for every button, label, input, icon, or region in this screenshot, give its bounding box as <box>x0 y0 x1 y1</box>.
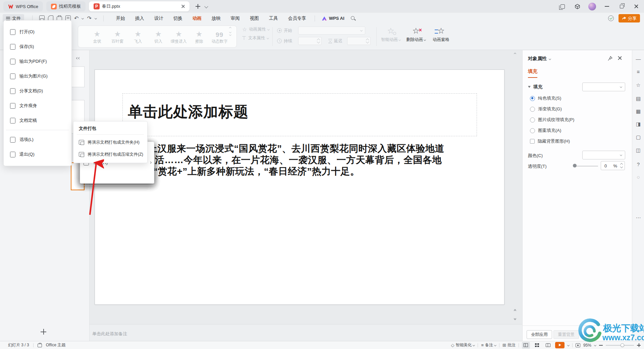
gallery-expand-icon[interactable] <box>229 34 231 36</box>
notes-button[interactable]: ≡ 备注 <box>481 342 496 348</box>
clipboard-icon[interactable]: ◨ <box>636 121 641 127</box>
gallery-scroll-up-icon[interactable] <box>229 27 231 29</box>
transparency-slider-track[interactable] <box>575 166 598 166</box>
tab-list-chevron-icon[interactable] <box>204 4 208 8</box>
file-menu-open[interactable]: 打开(O) <box>7 24 68 39</box>
transparency-slider-thumb[interactable] <box>573 164 577 167</box>
gradient-fill-radio[interactable]: 渐变填充(G) <box>530 106 562 112</box>
properties-list-icon[interactable]: ≡ <box>636 69 641 74</box>
fill-tab[interactable]: 填充 <box>528 68 537 78</box>
close-tab-icon[interactable] <box>181 4 185 9</box>
reading-icon[interactable]: ◫ <box>636 148 641 153</box>
file-menu-export-image[interactable]: 输出为图片(G) <box>7 69 68 84</box>
undo-dropdown-chevron-icon[interactable] <box>82 17 84 19</box>
pattern-fill-radio[interactable]: 图案填充(A) <box>530 128 561 134</box>
animation-dynamic-number[interactable]: 99 动态数字 <box>209 29 230 44</box>
pin-panel-icon[interactable] <box>607 56 613 61</box>
package-to-zip[interactable]: 将演示文档打包成压缩文件(Z) <box>76 149 145 160</box>
zoom-out-button[interactable] <box>599 345 603 346</box>
fill-style-dropdown[interactable] <box>582 83 625 91</box>
file-menu-exit[interactable]: 退出(Q) <box>7 147 68 162</box>
slide-body-line[interactable]: 式生活……今年以来，在一片花海、一袭汉服、一方天幕背后，全国各地 <box>136 154 442 166</box>
transparency-value-spinner[interactable]: 0 % <box>601 161 625 170</box>
package-to-folder[interactable]: 将演示文档打包成文件夹(H) <box>76 137 145 148</box>
reset-background-button[interactable]: 重置背景 <box>553 330 579 339</box>
solid-fill-radio[interactable]: 纯色填充(S) <box>530 95 561 101</box>
slide-thumbnail[interactable] <box>71 66 85 87</box>
animation-properties-button[interactable]: ☆ 动画属性 <box>242 27 269 32</box>
ribbon-tab-home[interactable]: 开始 <box>111 13 130 24</box>
zoom-slider-thumb[interactable] <box>621 343 624 347</box>
shapes-icon[interactable]: ▢ <box>636 135 641 140</box>
apply-all-button[interactable]: 全部应用 <box>527 330 552 339</box>
animation-wipe[interactable]: ★ 擦除 <box>189 29 209 44</box>
file-menu-finalize[interactable]: 文档定稿 <box>7 113 68 128</box>
picture-texture-fill-radio[interactable]: 图片或纹理填充(P) <box>530 117 574 123</box>
file-menu-export-pdf[interactable]: 输出为PDF(F) <box>7 54 68 69</box>
text-properties-button[interactable]: 文本属性 <box>242 35 269 41</box>
zoom-slider[interactable] <box>606 345 634 346</box>
start-trigger-dropdown[interactable] <box>298 27 365 35</box>
more-tools-icon[interactable]: ⋯ <box>636 215 641 220</box>
hide-background-checkbox[interactable]: 隐藏背景图形(H) <box>530 138 570 144</box>
ribbon-tab-transitions[interactable]: 切换 <box>168 13 187 24</box>
duration-spinner[interactable] <box>298 37 322 45</box>
redo-button[interactable]: ↷ <box>87 16 91 21</box>
animation-pane-button[interactable]: ☆ 动画窗格 <box>429 26 453 43</box>
workspace-button[interactable] <box>572 2 582 11</box>
layout-icon[interactable]: ▤ <box>636 96 641 101</box>
panel-title[interactable]: 对象属性 <box>528 56 551 62</box>
animation-fly-in[interactable]: ★ 飞入 <box>128 29 148 44</box>
tab-document[interactable]: P 春日.pptx <box>89 1 190 11</box>
file-menu-save[interactable]: 保存(S) <box>7 39 68 54</box>
ribbon-tab-insert[interactable]: 插入 <box>130 13 149 24</box>
file-menu-share-document[interactable]: 分享文档(D) <box>7 84 68 98</box>
tab-docer-templates[interactable]: 找稻壳模板 <box>46 1 86 11</box>
user-avatar[interactable] <box>587 2 597 11</box>
maximize-restore-button[interactable] <box>616 2 627 11</box>
scroll-up-icon[interactable] <box>514 53 516 55</box>
zoom-level-chevron-icon[interactable] <box>594 344 596 346</box>
cascade-windows-button[interactable] <box>557 2 568 11</box>
selection-icon[interactable]: ◌ <box>636 174 641 180</box>
previous-slide-button[interactable] <box>514 309 516 312</box>
slide-body-line[interactable]: 上汉服来一场沉浸式“国风赏花”、去川西赏梨花同时深入藏区体验地道 <box>148 142 444 155</box>
play-slideshow-button[interactable] <box>555 342 565 348</box>
next-slide-button[interactable] <box>514 317 516 320</box>
animation-blinds[interactable]: ★ 百叶窗 <box>107 29 128 44</box>
animation-cut-in[interactable]: ★ 切入 <box>148 29 169 44</box>
theme-name[interactable]: Office 主题 <box>46 342 65 348</box>
slide-canvas[interactable]: 单击此处添加标题 上汉服来一场沉浸式“国风赏花”、去川西赏梨花同时深入藏区体验地… <box>95 69 504 305</box>
comments-button[interactable]: ⊞ 批注 <box>502 342 516 348</box>
animation-slow-enter[interactable]: ★ 缓慢进入 <box>168 29 189 44</box>
hide-panel-icon[interactable]: — <box>636 56 641 62</box>
ribbon-tab-member[interactable]: 会员专享 <box>283 13 311 24</box>
reading-view-button[interactable] <box>544 342 552 349</box>
close-panel-icon[interactable] <box>618 56 622 60</box>
ribbon-tab-review[interactable]: 审阅 <box>226 13 245 24</box>
smart-beautify-button[interactable]: ◇ 智能美化 <box>451 342 475 348</box>
slide-title-text[interactable]: 单击此处添加标题 <box>128 102 249 122</box>
new-slide-button[interactable] <box>40 328 47 335</box>
chart-icon[interactable]: ▦ <box>636 109 641 114</box>
document-check-icon[interactable] <box>608 15 614 21</box>
fit-slide-button[interactable] <box>576 343 580 347</box>
normal-view-button[interactable] <box>522 342 530 349</box>
wps-ai-button[interactable]: WPS AI <box>322 16 344 21</box>
notes-pane[interactable]: 单击此处添加备注 <box>90 324 522 341</box>
slide-body-line[interactable]: 围绕“赏花+”上新多种新玩法，“春日经济”热力十足。 <box>134 165 360 178</box>
close-window-button[interactable] <box>631 2 641 11</box>
slide-sorter-view-button[interactable] <box>533 342 541 349</box>
help-icon[interactable]: ? <box>636 162 641 167</box>
animation-box[interactable]: ★ 盒状 <box>87 29 107 44</box>
share-button[interactable]: 分享 <box>619 14 640 22</box>
favorites-star-icon[interactable]: ☆ <box>636 83 641 88</box>
ribbon-tab-animation[interactable]: 动画 <box>187 13 207 24</box>
smart-animation-button[interactable]: ☆ 智能动画 <box>379 26 402 43</box>
play-options-chevron-icon[interactable] <box>567 344 570 346</box>
delete-animation-button[interactable]: ☆ 删除动画 <box>404 26 428 43</box>
fill-section-header[interactable]: 填充 <box>528 84 542 90</box>
collapse-panel-button[interactable] <box>74 55 82 61</box>
file-menu-options[interactable]: 选项(L) <box>7 132 68 147</box>
zoom-level[interactable]: 95% <box>583 343 591 348</box>
